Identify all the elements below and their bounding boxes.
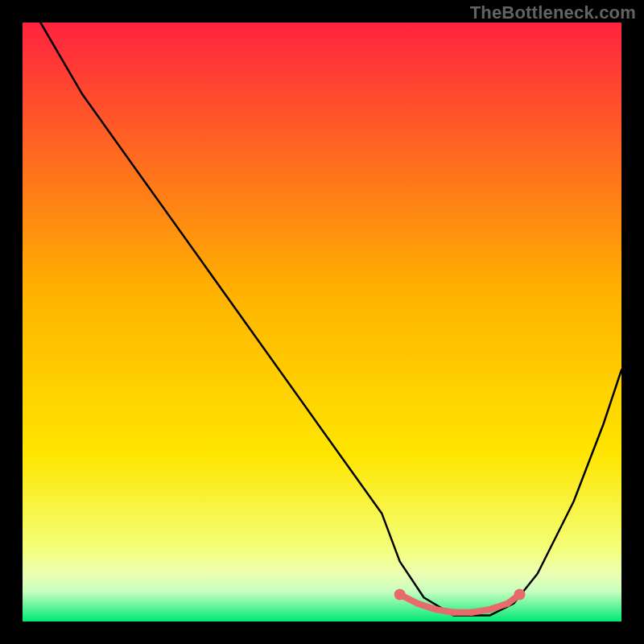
optimal-range-dot <box>451 609 457 616</box>
chart-container: { "watermark": "TheBottleneck.com", "cha… <box>0 0 644 644</box>
optimal-range-dot <box>432 606 439 613</box>
optimal-range-dot <box>505 601 511 607</box>
optimal-range-dot <box>394 589 406 601</box>
optimal-range-dot <box>486 606 493 613</box>
watermark-text: TheBottleneck.com <box>470 2 636 23</box>
optimal-range-dot <box>415 601 421 607</box>
bottleneck-chart <box>0 0 644 644</box>
plot-background <box>23 23 621 621</box>
optimal-range-dot <box>469 609 475 616</box>
optimal-range-dot <box>514 589 526 601</box>
